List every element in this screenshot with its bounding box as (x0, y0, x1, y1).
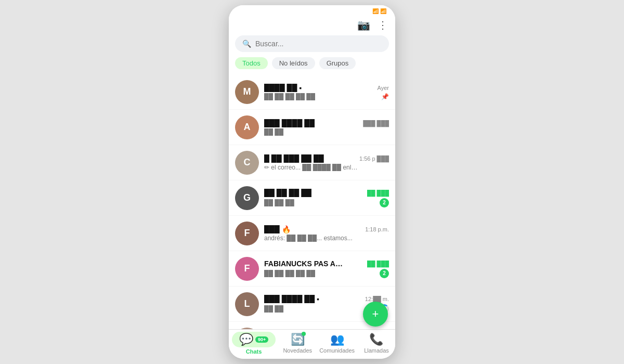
nav-label-communities: Comunidades (319, 347, 355, 354)
chat-content: ███ ████ █████ █████ ██ (264, 119, 389, 136)
filter-grupos[interactable]: Grupos (319, 57, 356, 69)
avatar: G (235, 186, 259, 210)
nav-label-updates: Novedades (283, 347, 312, 354)
chat-name: ███ 🔥 (264, 225, 291, 233)
nav-label-chats: Chats (246, 348, 262, 355)
search-input[interactable] (255, 40, 382, 48)
filter-no-leidos[interactable]: No leídos (272, 57, 315, 69)
chat-content: ██ ██ ██ ████ █████ ██ ██2 (264, 189, 389, 207)
nav-icon-wrap-chats: 💬90+ (232, 332, 276, 347)
menu-icon[interactable]: ⋮ (378, 19, 388, 31)
chat-preview: andrés: ██ ██ ██... estamos... (264, 235, 353, 242)
nav-active-bg: 💬90+ (232, 332, 276, 347)
signal-icon: 📶 (380, 8, 386, 14)
status-bar: 📶 📶 (229, 5, 395, 16)
nav-item-chats[interactable]: 💬90+Chats (232, 332, 276, 355)
pin-icon: 📌 (381, 93, 389, 100)
nav-item-communities[interactable]: 👥Comunidades (319, 333, 355, 354)
chat-time: 1:56 p ███ (359, 155, 389, 162)
chat-name: ███ ████ ██ (264, 119, 315, 127)
phone-frame: 📶 📶 📷 ⋮ 🔍 Todos No leídos Grupos M████ █… (229, 5, 395, 359)
chat-content: █ ██ ███ ██ ██1:56 p ███✏ el correo... █… (264, 154, 389, 171)
chat-preview: ██ ██ ██ ██ ██ (264, 93, 315, 100)
chat-item[interactable]: G██ ██ ██ ████ █████ ██ ██2 (229, 180, 395, 216)
status-icons: 📶 📶 (372, 8, 388, 14)
chat-item[interactable]: A███ ████ █████ █████ ██ (229, 110, 395, 145)
nav-icon-wrap-communities: 👥 (330, 333, 344, 346)
nav-item-calls[interactable]: 📞Llamadas (361, 333, 392, 354)
chat-name: FABIANUCKS PAS ADENA (264, 259, 347, 268)
chat-name: ██ ██ ██ ██ (264, 189, 311, 197)
nav-icon-calls: 📞 (369, 333, 383, 346)
avatar: F (235, 222, 259, 245)
nav-item-updates[interactable]: 🔄Novedades (282, 333, 313, 354)
unread-badge: 2 (380, 198, 389, 207)
nav-icon-communities: 👥 (330, 333, 344, 346)
chat-preview: ██ ██ (264, 305, 283, 313)
chat-content: ████ ██ ▪Ayer██ ██ ██ ██ ██📌 (264, 84, 389, 100)
unread-badge: 2 (380, 269, 389, 278)
filter-row: Todos No leídos Grupos (229, 57, 395, 74)
chat-item[interactable]: M████ ██ ▪Ayer██ ██ ██ ██ ██📌 (229, 74, 395, 110)
avatar: M (235, 80, 259, 104)
chat-time: ███ ███ (363, 120, 389, 126)
chat-name: ████ ██ ▪ (264, 84, 302, 92)
search-bar[interactable]: 🔍 (235, 35, 389, 52)
filter-todos[interactable]: Todos (235, 57, 268, 69)
chat-time: ██ ███ (367, 261, 389, 267)
chat-name: █ ██ ███ ██ ██ (264, 154, 324, 163)
avatar: F (235, 257, 259, 281)
chat-time: 1:18 p.m. (365, 226, 389, 232)
nav-icon-wrap-updates: 🔄 (291, 333, 305, 346)
notification-dot (302, 332, 306, 336)
chat-item[interactable]: F███ 🔥1:18 p.m.andrés: ██ ██ ██... estam… (229, 216, 395, 251)
chat-preview: ██ ██ (264, 128, 283, 136)
chat-content: ███ 🔥1:18 p.m.andrés: ██ ██ ██... estamo… (264, 225, 389, 242)
wifi-icon: 📶 (372, 8, 379, 14)
camera-icon[interactable]: 📷 (357, 19, 370, 31)
header-icons: 📷 ⋮ (357, 19, 388, 31)
avatar: C (235, 151, 259, 175)
chat-content: FABIANUCKS PAS ADENA██ █████ ██ ██ ██ ██… (264, 259, 389, 278)
chat-preview: ██ ██ ██ (264, 199, 294, 206)
nav-badge: 90+ (255, 336, 268, 343)
chat-name: ███ ████ ██ ▪ (264, 295, 319, 303)
chat-item[interactable]: C█ ██ ███ ██ ██1:56 p ███✏ el correo... … (229, 145, 395, 180)
avatar: A (235, 115, 259, 139)
chat-time: Ayer (378, 85, 389, 91)
chat-preview: ✏ el correo... ██ ████ ██ enla... (264, 164, 358, 171)
bottom-nav: 💬90+Chats🔄Novedades👥Comunidades📞Llamadas (229, 329, 395, 359)
chat-preview: ██ ██ ██ ██ ██ (264, 270, 315, 277)
chat-time: ██ ███ (367, 190, 389, 196)
search-icon: 🔍 (242, 40, 251, 48)
nav-label-calls: Llamadas (364, 347, 389, 354)
nav-icon-wrap-calls: 📞 (369, 333, 383, 346)
chat-item[interactable]: FFABIANUCKS PAS ADENA██ █████ ██ ██ ██ █… (229, 251, 395, 287)
app-header: 📷 ⋮ (229, 16, 395, 35)
nav-icon-chats: 💬 (239, 333, 253, 346)
new-chat-fab[interactable]: + (363, 302, 388, 327)
avatar: L (235, 292, 259, 316)
chat-list: M████ ██ ▪Ayer██ ██ ██ ██ ██📌A███ ████ █… (229, 74, 395, 329)
chat-time: 12:██ m. (365, 296, 389, 302)
